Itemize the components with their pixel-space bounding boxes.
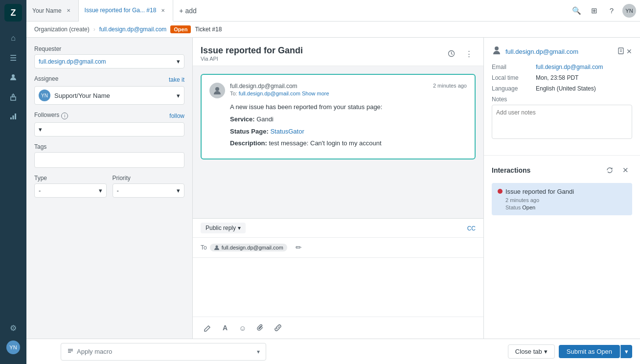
interaction-card[interactable]: Issue reported for Gandi 2 minutes ago S… xyxy=(492,183,632,215)
svg-rect-3 xyxy=(10,117,12,119)
public-reply-chevron: ▾ xyxy=(238,225,241,231)
tab-your-name[interactable]: Your Name ✕ xyxy=(26,0,79,21)
priority-field: Priority - ▾ xyxy=(113,175,185,198)
public-reply-label: Public reply xyxy=(206,225,236,231)
message-card: full.design.dp@gmail.com To: full.design… xyxy=(201,74,476,159)
language-label: Language xyxy=(492,85,536,92)
message-service: Service: Gandi xyxy=(230,114,467,125)
take-it-link[interactable]: take it xyxy=(169,76,184,83)
ticket-header-icons: ⋮ xyxy=(427,47,476,61)
sidebar-item-settings[interactable]: ⚙ xyxy=(4,319,22,337)
message-to-email: full.design.dp@gmail.com xyxy=(239,91,300,96)
interactions-close-icon[interactable]: ✕ xyxy=(618,163,632,177)
tags-input[interactable] xyxy=(34,152,184,168)
sidebar-item-reporting[interactable] xyxy=(4,108,22,125)
help-icon[interactable]: ? xyxy=(605,4,618,18)
submit-label: Submit as Open xyxy=(567,348,612,355)
message-body: A new issue has been reported from your … xyxy=(209,102,467,149)
interaction-title: Issue reported for Gandi xyxy=(505,188,574,195)
email-value[interactable]: full.design.dp@gmail.com xyxy=(536,64,632,70)
right-panel: full.design.dp@gmail.com ✕ Email full.de… xyxy=(483,38,640,339)
tabs-right: 🔍 ⊞ ? YN xyxy=(566,0,640,21)
requester-select[interactable]: full.design.dp@gmail.com ▾ xyxy=(34,54,184,68)
followers-select[interactable]: ▾ xyxy=(34,122,184,136)
assignee-label: Assignee xyxy=(34,75,58,82)
user-email-link[interactable]: full.design.dp@gmail.com xyxy=(505,48,578,55)
cc-button[interactable]: CC xyxy=(467,225,476,232)
sidebar-item-customers[interactable] xyxy=(4,68,22,86)
close-tab-button[interactable]: Close tab ▾ xyxy=(508,344,555,359)
message-time: 2 minutes ago xyxy=(433,83,467,89)
grid-icon[interactable]: ⊞ xyxy=(587,4,601,18)
message-description: Description: test message: Can't login t… xyxy=(230,138,467,149)
followers-row: Followers i xyxy=(34,112,68,120)
filter-icon[interactable] xyxy=(427,47,440,61)
tabs-bar: Your Name ✕ Issue reported for Ga... #18… xyxy=(26,0,640,22)
tab-your-name-close[interactable]: ✕ xyxy=(65,7,72,15)
link-icon[interactable] xyxy=(271,321,285,335)
attach-icon[interactable] xyxy=(253,321,267,335)
tab-issue-reported-close[interactable]: ✕ xyxy=(159,6,167,14)
tab-issue-reported-label: Issue reported for Ga... #18 xyxy=(85,7,157,14)
macro-icon xyxy=(67,347,74,356)
reply-content-area[interactable] xyxy=(193,258,483,317)
bottom-right: Close tab ▾ Submit as Open ▾ xyxy=(508,344,640,359)
sidebar-logo[interactable]: Z xyxy=(4,4,22,22)
sidebar-item-organizations[interactable] xyxy=(4,88,22,106)
submit-button[interactable]: Submit as Open xyxy=(559,345,620,358)
tab-issue-reported[interactable]: Issue reported for Ga... #18 ✕ xyxy=(79,0,174,22)
assignee-avatar: YN xyxy=(39,90,50,101)
breadcrumb-org[interactable]: Organization (create) xyxy=(34,26,90,33)
requester-chevron: ▾ xyxy=(177,58,180,65)
type-value: - xyxy=(39,187,41,194)
followers-chevron: ▾ xyxy=(39,126,42,133)
type-select[interactable]: - ▾ xyxy=(34,183,107,198)
events-icon[interactable] xyxy=(444,47,458,61)
svg-point-8 xyxy=(215,87,219,91)
message-avatar xyxy=(209,83,225,98)
followers-label: Followers xyxy=(34,112,59,118)
svg-point-9 xyxy=(215,246,218,248)
draft-icon[interactable] xyxy=(201,321,214,335)
tab-your-name-label: Your Name xyxy=(32,7,62,14)
tab-add-button[interactable]: + add xyxy=(173,0,202,21)
apply-macro-area[interactable]: Apply macro ▾ xyxy=(61,343,266,361)
message-header: full.design.dp@gmail.com To: full.design… xyxy=(209,83,467,98)
user-card-close-icon[interactable]: ✕ xyxy=(626,47,632,56)
show-more-link[interactable]: Show more xyxy=(302,91,329,96)
type-priority-row: Type - ▾ Priority - ▾ xyxy=(34,175,184,205)
interaction-status-row: Status Open xyxy=(498,205,626,210)
format-text-icon[interactable]: A xyxy=(218,321,232,335)
ticket-title: Issue reported for Gandi xyxy=(201,46,303,56)
assignee-select[interactable]: YN Support/Your Name ▾ xyxy=(34,86,184,105)
interactions-header: Interactions ✕ xyxy=(492,163,632,177)
public-reply-button[interactable]: Public reply ▾ xyxy=(201,223,246,233)
search-icon[interactable]: 🔍 xyxy=(570,4,583,18)
sidebar-item-home[interactable]: ⌂ xyxy=(4,29,22,47)
user-avatar[interactable]: YN xyxy=(622,4,636,18)
sidebar-item-views[interactable]: ☰ xyxy=(4,49,22,67)
ticket-title-area: Issue reported for Gandi Via API xyxy=(201,46,303,62)
interaction-card-header: Issue reported for Gandi xyxy=(498,188,626,195)
statusgator-link[interactable]: StatusGator xyxy=(270,128,304,135)
type-field: Type - ▾ xyxy=(34,175,107,198)
edit-to-icon[interactable]: ✏ xyxy=(292,241,306,254)
requester-label: Requester xyxy=(34,46,184,52)
app-container: Your Name ✕ Issue reported for Ga... #18… xyxy=(26,0,640,364)
submit-dropdown-button[interactable]: ▾ xyxy=(620,345,632,358)
emoji-icon[interactable]: ☺ xyxy=(236,321,250,335)
breadcrumb-email[interactable]: full.design.dp@gmail.com xyxy=(99,26,167,33)
more-options-icon[interactable]: ⋮ xyxy=(462,47,476,61)
tags-label: Tags xyxy=(34,143,184,150)
priority-select[interactable]: - ▾ xyxy=(113,183,185,198)
notes-textarea[interactable] xyxy=(492,105,632,139)
follow-link[interactable]: follow xyxy=(169,113,184,119)
interactions-refresh-icon[interactable] xyxy=(603,163,617,177)
svg-rect-4 xyxy=(13,115,14,119)
assignee-chevron: ▾ xyxy=(177,92,180,99)
followers-info-icon[interactable]: i xyxy=(61,113,68,119)
format-a-label: A xyxy=(223,324,228,332)
interaction-status-value: Open xyxy=(522,205,535,210)
user-card-view-icon[interactable] xyxy=(617,47,624,56)
sidebar-avatar[interactable]: YN xyxy=(4,339,22,356)
